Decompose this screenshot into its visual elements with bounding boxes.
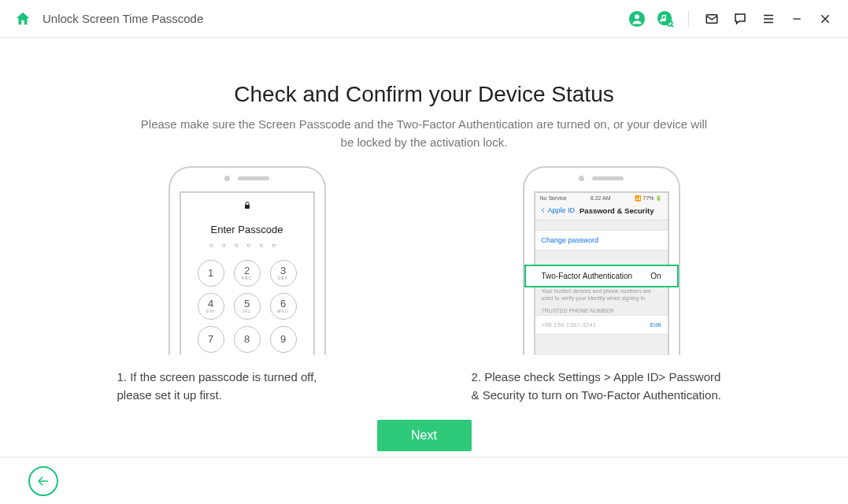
phone-top [170, 168, 324, 190]
svg-rect-12 [245, 205, 250, 209]
camera-dot [224, 176, 230, 181]
svg-point-2 [657, 10, 672, 24]
column-passcode: Enter Passcode ○○○○○○ 1 2ABC 3DEF 4GHI 5… [117, 166, 377, 405]
menu-icon[interactable] [760, 10, 777, 28]
next-button[interactable]: Next [377, 420, 472, 451]
enter-passcode-label: Enter Passcode [181, 224, 313, 235]
section-gap [535, 250, 668, 265]
music-search-icon[interactable] [657, 10, 674, 28]
phone-screen: Enter Passcode ○○○○○○ 1 2ABC 3DEF 4GHI 5… [180, 191, 315, 355]
column-tfa: No Service 8:22 AM 📶 77% 🔋 Apple ID Pass… [472, 166, 731, 405]
close-icon[interactable] [817, 10, 834, 28]
key-8: 8 [234, 326, 261, 353]
key-3: 3DEF [270, 260, 297, 287]
footer [0, 457, 848, 504]
back-label: Apple ID [548, 206, 576, 214]
key-6: 6MNO [270, 293, 297, 320]
minimize-icon[interactable] [788, 10, 805, 28]
key-digit: 7 [208, 334, 213, 344]
home-icon[interactable] [14, 10, 31, 28]
key-digit: 4 [208, 298, 213, 309]
caption-passcode: 1. If the screen passcode is turned off,… [117, 368, 377, 405]
account-icon[interactable] [628, 10, 646, 28]
main-subtitle: Please make sure the Screen Passcode and… [141, 115, 708, 152]
main: Check and Confirm your Device Status Ple… [0, 38, 848, 457]
key-sub: JKL [243, 309, 252, 313]
feedback-icon[interactable] [731, 10, 749, 28]
page-title: Unlock Screen Time Passcode [43, 12, 203, 25]
status-bar: No Service 8:22 AM 📶 77% 🔋 [535, 193, 668, 203]
status-battery: 📶 77% 🔋 [635, 195, 663, 202]
key-1: 1 [198, 260, 224, 287]
header: Unlock Screen Time Passcode [0, 0, 848, 38]
header-divider [688, 10, 689, 28]
trusted-number: +86 158 1387-3241 [542, 321, 597, 328]
key-digit: 9 [280, 334, 286, 344]
trusted-header: TRUSTED PHONE NUMBER [535, 303, 668, 315]
status-carrier: No Service [540, 195, 567, 201]
back-link: Apple ID [540, 206, 576, 214]
phone-top [524, 168, 679, 190]
key-9: 9 [270, 326, 297, 353]
tfa-value: On [650, 272, 661, 280]
key-digit: 6 [280, 298, 286, 309]
tfa-label: Two-Factor Authentication [542, 272, 633, 280]
change-password-row: Change password [535, 230, 668, 250]
tfa-row-highlight: Two-Factor Authentication On [524, 265, 679, 287]
key-7: 7 [198, 326, 224, 353]
key-digit: 2 [244, 265, 250, 276]
nav-bar: Apple ID Password & Security [535, 203, 668, 220]
status-time: 8:22 AM [591, 195, 611, 201]
passcode-dots: ○○○○○○ [181, 242, 313, 249]
camera-dot [579, 176, 584, 181]
key-2: 2ABC [234, 260, 261, 287]
key-digit: 3 [280, 265, 286, 276]
phone-tfa: No Service 8:22 AM 📶 77% 🔋 Apple ID Pass… [523, 166, 680, 355]
key-digit: 1 [208, 268, 213, 278]
speaker-slot [238, 176, 269, 180]
keypad: 1 2ABC 3DEF 4GHI 5JKL 6MNO 7 8 9 [181, 260, 313, 353]
key-sub: ABC [242, 276, 252, 280]
trusted-number-row: +86 158 1387-3241 Edit [535, 315, 668, 335]
speaker-slot [592, 176, 624, 180]
caption-tfa: 2. Please check Settings > Apple ID> Pas… [472, 368, 731, 405]
battery-pct: 77% [643, 195, 654, 201]
edit-link: Edit [650, 321, 661, 328]
main-title: Check and Confirm your Device Status [0, 82, 848, 107]
key-sub: MNO [277, 309, 289, 313]
key-sub: GHI [206, 309, 216, 313]
key-5: 5JKL [234, 293, 261, 320]
lock-icon [181, 201, 313, 213]
screen-inner: No Service 8:22 AM 📶 77% 🔋 Apple ID Pass… [535, 193, 668, 355]
header-right [628, 10, 834, 28]
header-left: Unlock Screen Time Passcode [14, 10, 203, 28]
key-sub: DEF [278, 276, 288, 280]
back-button[interactable] [28, 466, 58, 496]
svg-point-1 [635, 14, 639, 19]
key-digit: 5 [244, 298, 250, 309]
svg-line-4 [672, 24, 673, 26]
key-4: 4GHI [198, 293, 224, 320]
phone-passcode: Enter Passcode ○○○○○○ 1 2ABC 3DEF 4GHI 5… [168, 166, 326, 355]
key-digit: 8 [244, 334, 250, 344]
mail-icon[interactable] [703, 10, 720, 28]
columns: Enter Passcode ○○○○○○ 1 2ABC 3DEF 4GHI 5… [0, 166, 848, 405]
section-gap [535, 220, 668, 230]
nav-title: Password & Security [580, 206, 654, 215]
phone-screen: No Service 8:22 AM 📶 77% 🔋 Apple ID Pass… [534, 191, 669, 355]
